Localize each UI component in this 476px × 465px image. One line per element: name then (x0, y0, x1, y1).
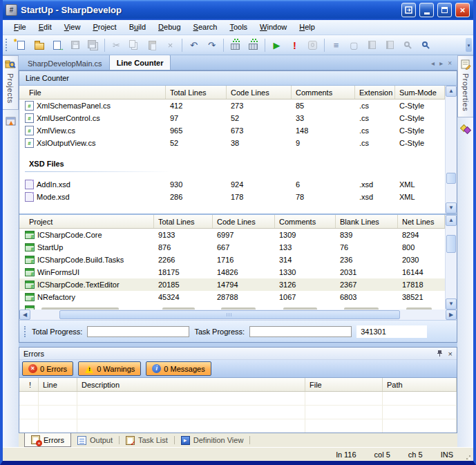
0-warnings-button[interactable]: 0 Warnings (78, 361, 141, 376)
build-button[interactable] (227, 37, 244, 53)
scroll-left-icon[interactable]: ◀ (19, 310, 30, 320)
scroll-right-icon[interactable]: ▶ (446, 310, 457, 320)
menu-window[interactable]: Window (254, 21, 292, 34)
files-scroll-thumb[interactable] (446, 173, 456, 184)
column-header[interactable]: Code Lines (227, 86, 292, 99)
maximize-button[interactable] (437, 3, 452, 17)
menu-view[interactable]: View (59, 21, 86, 34)
column-header[interactable]: Total Lines (166, 86, 227, 99)
table-row[interactable]: StartUp87666713376800 (19, 241, 445, 254)
close-pad-button[interactable]: × (448, 350, 453, 358)
scroll-up-icon[interactable]: ▲ (446, 215, 457, 226)
run-button[interactable]: ▶ (268, 37, 285, 53)
column-header[interactable]: ! (19, 378, 39, 391)
column-header[interactable]: Sum-Mode (395, 86, 445, 99)
projects-scroll-thumb[interactable] (446, 235, 456, 253)
build-solution-button[interactable] (245, 37, 262, 53)
column-header[interactable]: Line (39, 378, 77, 391)
table-cell: 6 (292, 180, 355, 189)
table-row[interactable]: XmlUserControl.cs975233.csC-Style (19, 112, 445, 124)
menu-edit[interactable]: Edit (33, 21, 57, 34)
pad-tab-definition-view[interactable]: Definition View (175, 433, 250, 447)
projects-vertical-scrollbar[interactable]: ▲ ▼ (445, 215, 457, 310)
table-row[interactable]: WinFormsUI18175148261330203116144 (19, 266, 445, 278)
redo-button[interactable]: ↷ (203, 37, 220, 53)
pad-tab-errors[interactable]: Errors (24, 433, 71, 447)
table-row[interactable]: XmlSchemasPanel.cs41227385.csC-Style (19, 99, 445, 112)
toolbar-grip[interactable] (6, 39, 8, 51)
next-tab-icon[interactable]: ▸ (439, 59, 443, 67)
pad-tab-output[interactable]: Output (71, 433, 119, 447)
menu-tools[interactable]: Tools (224, 21, 253, 34)
sidebar-tab-properties[interactable]: Properties (457, 55, 473, 117)
projects-scroll-track[interactable] (446, 226, 457, 298)
minimize-button[interactable] (419, 3, 434, 17)
horizontal-scroll-thumb[interactable] (59, 310, 400, 319)
files-scroll-track[interactable] (446, 97, 457, 202)
scroll-down-icon[interactable]: ▼ (446, 202, 457, 213)
column-header[interactable]: Net Lines (398, 215, 445, 228)
search-button[interactable] (417, 37, 435, 53)
column-header[interactable]: Blank Lines (336, 215, 398, 228)
table-cell: 2030 (398, 256, 445, 264)
table-cell: 133 (275, 243, 336, 252)
tab-separator (249, 436, 250, 444)
errors-table: !LineDescriptionFilePath (19, 378, 457, 433)
horizontal-scroll-track[interactable] (30, 310, 446, 320)
table-row[interactable]: ICSharpCode.TextEditor201851479431262367… (19, 278, 445, 291)
resize-grip[interactable] (464, 453, 470, 459)
column-header[interactable]: Comments (292, 86, 355, 99)
undo-icon: ↶ (190, 41, 198, 50)
sidebar-tab-projects[interactable]: Projects (3, 55, 19, 110)
column-header[interactable]: File (305, 378, 383, 391)
toolbar-overflow-button[interactable]: ▾ (466, 38, 472, 52)
column-header[interactable]: Total Lines (154, 215, 213, 228)
doc-tab-line-counter[interactable]: Line Counter (109, 55, 171, 70)
sidebar-tab-tools[interactable] (3, 114, 19, 129)
progress-row-grip[interactable] (24, 326, 27, 337)
table-cell: 33 (292, 114, 355, 122)
save-as-button[interactable] (48, 37, 66, 53)
undo-button[interactable]: ↶ (185, 37, 202, 53)
column-header[interactable]: Code Lines (213, 215, 275, 228)
pad-tab-task-list[interactable]: Task List (120, 433, 174, 447)
prev-tab-icon[interactable]: ◂ (431, 59, 435, 67)
column-header[interactable]: Path (383, 378, 457, 391)
new-file-button[interactable] (12, 37, 30, 53)
0-messages-button[interactable]: i0 Messages (146, 361, 211, 376)
column-header[interactable]: File (19, 86, 166, 99)
column-header[interactable]: Project (19, 215, 154, 228)
menu-debug[interactable]: Debug (153, 21, 186, 34)
table-row[interactable]: Mode.xsd28617878.xsdXML (19, 191, 445, 203)
close-tab-icon[interactable]: × (448, 59, 452, 67)
scroll-up-icon[interactable]: ▲ (446, 86, 457, 97)
menu-project[interactable]: Project (87, 21, 122, 34)
horizontal-scrollbar[interactable]: ◀ ▶ (19, 310, 457, 321)
pin-button[interactable] (437, 350, 443, 357)
menu-help[interactable]: Help (294, 21, 321, 34)
table-row[interactable]: NRefactory45324287881067680338521 (19, 291, 445, 303)
0-errors-button[interactable]: ×0 Errors (22, 361, 73, 376)
menu-search[interactable]: Search (188, 21, 223, 34)
table-row[interactable]: ICSharpCode.Build.Tasks22661716314236203… (19, 254, 445, 266)
table-row[interactable]: ICSharpCode.Core9133699713098398294 (19, 229, 445, 241)
column-header[interactable]: Comments (275, 215, 336, 228)
dock-window-button[interactable] (401, 3, 416, 17)
table-row-partial[interactable] (19, 303, 445, 310)
table-cell: 52 (166, 139, 227, 147)
menu-file[interactable]: File (8, 21, 32, 34)
table-row[interactable]: XmlView.cs965673148.csC-Style (19, 124, 445, 137)
table-row[interactable]: XslOutputView.cs52389.csC-Style (19, 137, 445, 149)
doc-tab-sharpdevelopmain-cs[interactable]: SharpDevelopMain.cs (21, 57, 109, 70)
toggle-comment-button[interactable]: ≡ (327, 37, 345, 53)
table-row[interactable]: AddIn.xsd9309246.xsdXML (19, 178, 445, 191)
sidebar-tab-toolbox[interactable] (457, 122, 473, 137)
close-button[interactable]: × (455, 3, 470, 17)
menu-build[interactable]: Build (124, 21, 151, 34)
abort-button[interactable]: ! (286, 37, 303, 53)
column-header[interactable]: Extension (355, 86, 395, 99)
files-vertical-scrollbar[interactable]: ▲ ▼ (445, 86, 457, 213)
column-header[interactable]: Description (77, 378, 305, 391)
scroll-down-icon[interactable]: ▼ (446, 298, 457, 310)
open-file-button[interactable] (30, 37, 48, 53)
